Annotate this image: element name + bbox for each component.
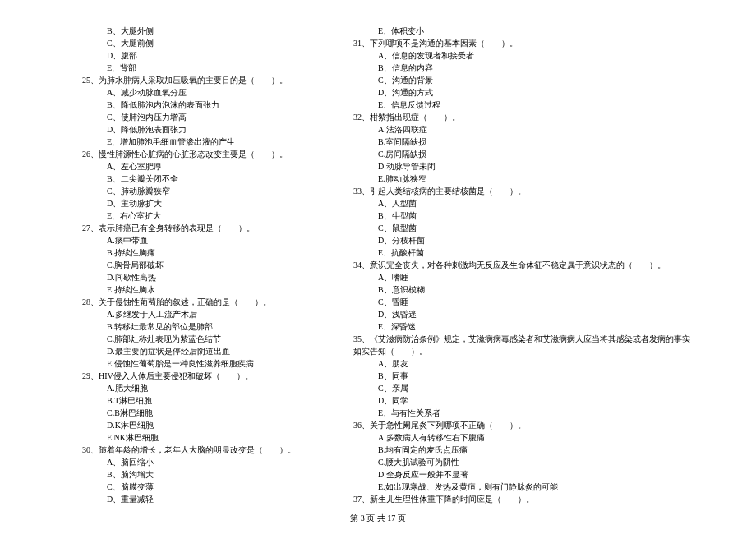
answer-option: C、肺动脉瓣狭窄 (82, 185, 304, 197)
answer-option: E、背部 (82, 62, 304, 74)
answer-option: C.胸骨局部破坏 (82, 259, 304, 271)
answer-option: B、信息的内容 (353, 62, 690, 74)
answer-option: A.多继发于人工流产术后 (82, 308, 304, 320)
left-column: B、大腿外侧C、大腿前侧D、腹部E、背部25、为肺水肿病人采取加压吸氧的主要目的… (82, 25, 304, 509)
answer-option: E.肺动脉狭窄 (353, 173, 690, 185)
answer-option: E、深昏迷 (353, 320, 690, 333)
answer-option: D、重量减轻 (82, 493, 304, 505)
answer-option: D、腹部 (82, 49, 304, 62)
answer-option: C、使肺泡内压力增高 (82, 111, 304, 123)
answer-option: B、牛型菌 (353, 209, 690, 222)
question-stem: 37、新生儿生理性体重下降的时间应是（ ）。 (353, 493, 690, 505)
answer-option: C、亲属 (353, 382, 690, 394)
question-stem: 36、关于急性阑尾炎下列哪项不正确（ ）。 (353, 419, 690, 431)
answer-option: A.痰中带血 (82, 234, 304, 246)
answer-option: A.多数病人有转移性右下腹痛 (353, 431, 690, 444)
answer-option: A、脑回缩小 (82, 456, 304, 468)
answer-option: D、沟通的方式 (353, 86, 690, 99)
question-stem: 27、表示肺癌已有全身转移的表现是（ ）。 (82, 222, 304, 234)
answer-option: A、信息的发现者和接受者 (353, 49, 690, 62)
question-stem: 33、引起人类结核病的主要结核菌是（ ）。 (353, 185, 690, 197)
question-stem: 25、为肺水肿病人采取加压吸氧的主要目的是（ ）。 (82, 74, 304, 86)
answer-option: D.动脉导管未闭 (353, 160, 690, 173)
question-stem: 32、柑紫指出现症（ ）。 (353, 111, 690, 123)
answer-option: A.肥大细胞 (82, 382, 304, 394)
answer-option: B、同事 (353, 370, 690, 382)
answer-option: E、增加肺泡毛细血管渗出液的产生 (82, 136, 304, 148)
answer-option: D.间歇性高热 (82, 271, 304, 283)
question-stem: 35、《艾滋病防治条例》规定，艾滋病病毒感染者和艾滋病病人应当将其感染或者发病的… (353, 333, 690, 345)
answer-option: E.侵蚀性葡萄胎是一种良性滋养细胞疾病 (82, 357, 304, 370)
answer-option: A.法洛四联症 (353, 123, 690, 136)
answer-option: A、嗜睡 (353, 271, 690, 283)
answer-option: C、昏睡 (353, 296, 690, 308)
answer-option: A、朋友 (353, 357, 690, 370)
question-stem: 31、下列哪项不是沟通的基本因素（ ）。 (353, 37, 690, 49)
answer-option: E、右心室扩大 (82, 209, 304, 222)
answer-option: D、分枝杆菌 (353, 234, 690, 246)
answer-option: B、二尖瓣关闭不全 (82, 173, 304, 185)
question-stem: 26、慢性肺源性心脏病的心脏形态改变主要是（ ）。 (82, 148, 304, 160)
question-stem: 34、意识完全丧失，对各种刺激均无反应及生命体征不稳定属于意识状态的（ ）。 (353, 259, 690, 271)
answer-option: D、同学 (353, 394, 690, 407)
answer-option: B、降低肺泡内泡沫的表面张力 (82, 99, 304, 111)
answer-option: A、减少动脉血氧分压 (82, 86, 304, 99)
question-stem: 28、关于侵蚀性葡萄胎的叙述，正确的是（ ）。 (82, 296, 304, 308)
answer-option: B.T淋巴细胞 (82, 394, 304, 407)
answer-option: E.持续性胸水 (82, 283, 304, 296)
answer-option: E、信息反馈过程 (353, 99, 690, 111)
answer-option: E、与有性关系者 (353, 407, 690, 419)
answer-option: D.K淋巴细胞 (82, 419, 304, 431)
answer-option: E.如出现寒战、发热及黄疸，则有门静脉炎的可能 (353, 481, 690, 493)
answer-option: E、体积变小 (353, 25, 690, 37)
question-stem: 29、HIV侵入人体后主要侵犯和破坏（ ）。 (82, 370, 304, 382)
answer-option: C、鼠型菌 (353, 222, 690, 234)
answer-option: C.腰大肌试验可为阴性 (353, 456, 690, 468)
answer-option: B.持续性胸痛 (82, 246, 304, 259)
answer-option: C、沟通的背景 (353, 74, 690, 86)
question-continuation: 如实告知（ ）。 (353, 345, 690, 357)
answer-option: A、人型菌 (353, 197, 690, 209)
answer-option: E.NK淋巴细胞 (82, 431, 304, 444)
answer-option: D、降低肺泡表面张力 (82, 123, 304, 136)
answer-option: D、浅昏迷 (353, 308, 690, 320)
question-stem: 30、随着年龄的增长，老年人大脑的明显改变是（ ）。 (82, 444, 304, 456)
answer-option: A、左心室肥厚 (82, 160, 304, 173)
answer-option: C.房间隔缺损 (353, 148, 690, 160)
answer-option: C、脑膜变薄 (82, 481, 304, 493)
answer-option: B.转移灶最常见的部位是肺部 (82, 320, 304, 333)
page-footer: 第 3 页 共 17 页 (0, 513, 756, 524)
answer-option: B.均有固定的麦氏点压痛 (353, 444, 690, 456)
answer-option: C.肺部灶称灶表现为紫蓝色结节 (82, 333, 304, 345)
answer-option: B、大腿外侧 (82, 25, 304, 37)
answer-option: D.全身反应一般并不显著 (353, 468, 690, 481)
right-column: E、体积变小31、下列哪项不是沟通的基本因素（ ）。A、信息的发现者和接受者B、… (353, 25, 690, 509)
answer-option: B、意识模糊 (353, 283, 690, 296)
answer-option: D.最主要的症状是停经后阴道出血 (82, 345, 304, 357)
answer-option: E、抗酸杆菌 (353, 246, 690, 259)
answer-option: D、主动脉扩大 (82, 197, 304, 209)
answer-option: C、大腿前侧 (82, 37, 304, 49)
answer-option: C.B淋巴细胞 (82, 407, 304, 419)
answer-option: B、脑沟增大 (82, 468, 304, 481)
answer-option: B.室间隔缺损 (353, 136, 690, 148)
